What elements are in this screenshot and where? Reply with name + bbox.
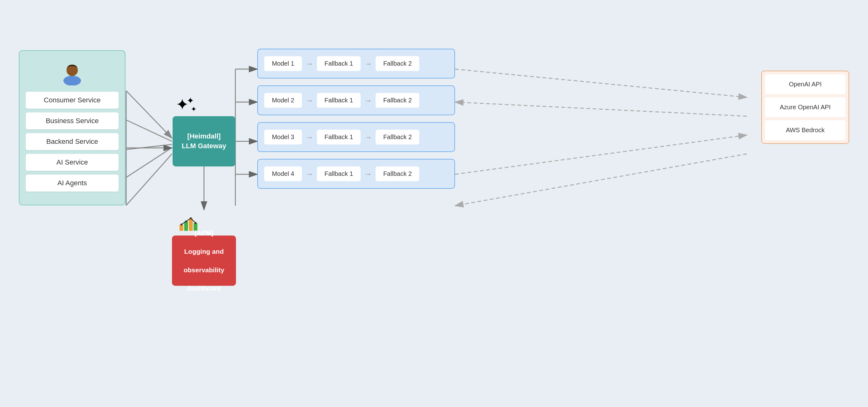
business-service: Business Service [26,112,119,129]
arrow-2-1: → [306,96,313,105]
ai-service: AI Service [26,154,119,171]
avatar-container [26,60,119,85]
fallback-1-2: Fallback 2 [376,56,419,71]
fallback-4-1: Fallback 1 [317,167,361,181]
fallback-2-2: Fallback 2 [376,93,419,108]
svg-line-15 [455,135,747,174]
models-container: Model 1 → Fallback 1 → Fallback 2 Model … [257,49,455,196]
fallback-3-1: Fallback 1 [317,130,361,144]
aws-bedrock: AWS Bedrock [765,120,845,140]
right-panel: OpenAI API Azure OpenAI API AWS Bedrock [761,71,849,144]
arrow-3-1: → [306,133,313,142]
svg-point-34 [194,222,196,224]
user-avatar [60,60,85,85]
left-panel: Consumer Service Business Service Backen… [19,50,126,205]
svg-line-0 [126,91,172,138]
svg-line-13 [455,69,747,97]
ai-agents: AI Agents [26,175,119,192]
fallback-4-2: Fallback 2 [376,167,419,181]
model-2: Model 2 [264,93,302,108]
svg-line-2 [126,144,172,149]
consumer-service: Consumer Service [26,92,119,109]
gateway-box: [Heimdall] LLM Gateway [173,116,235,167]
apm-box: [APM] Logging and observability dashboar… [172,235,236,286]
arrow-3-2: → [364,133,372,142]
model-row-3: Model 3 → Fallback 1 → Fallback 2 [257,122,455,152]
svg-text:✦: ✦ [187,96,194,106]
svg-line-14 [455,102,747,116]
model-4: Model 4 [264,167,302,181]
svg-line-3 [126,148,172,177]
openai-api: OpenAI API [765,75,845,94]
azure-openai-api: Azure OpenAI API [765,97,845,117]
model-row-4: Model 4 → Fallback 1 → Fallback 2 [257,159,455,189]
svg-point-32 [185,221,187,222]
fallback-3-2: Fallback 2 [376,130,419,144]
svg-point-31 [181,224,182,226]
svg-line-1 [126,120,172,141]
model-3: Model 3 [264,130,302,144]
arrow-2-2: → [364,96,372,105]
arrow-4-1: → [306,170,313,178]
backend-service: Backend Service [26,133,119,150]
diagram-container: Consumer Service Business Service Backen… [0,0,868,407]
model-row-1: Model 1 → Fallback 1 → Fallback 2 [257,49,455,79]
svg-point-22 [63,76,81,85]
fallback-1-1: Fallback 1 [317,56,361,71]
model-1: Model 1 [264,56,302,71]
svg-rect-29 [189,218,193,231]
svg-line-16 [455,154,747,206]
svg-text:✦: ✦ [191,105,196,113]
arrow-1-1: → [306,59,313,68]
svg-rect-28 [184,222,188,231]
arrow-4-2: → [364,170,372,178]
model-row-2: Model 2 → Fallback 1 → Fallback 2 [257,85,455,115]
svg-point-33 [190,217,192,219]
sparkle-icon: ✦ ✦ ✦ [176,94,198,117]
fallback-2-1: Fallback 1 [317,93,361,108]
arrow-1-2: → [364,59,372,68]
svg-line-4 [126,154,172,205]
